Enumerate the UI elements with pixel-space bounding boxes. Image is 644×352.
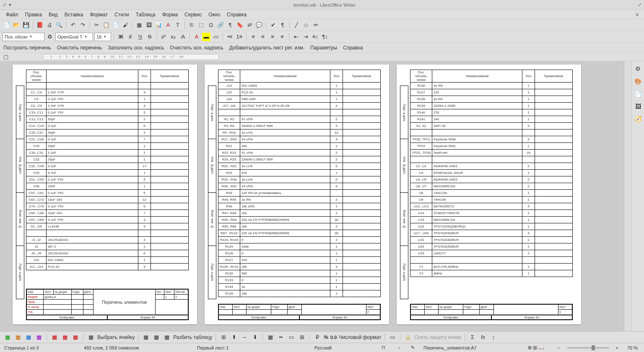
status-sheet[interactable]: Первый лист 1 [193,345,310,350]
table-row[interactable]: R44, R451k 5%2 [218,197,381,203]
field-icon[interactable]: ⬚ [197,21,205,29]
align-mid-icon[interactable]: ↔ [240,333,249,342]
optimize-icon[interactable]: ⊞ [219,333,228,342]
minimize-icon[interactable]: ⤢ [638,2,641,8]
para-spacing-icon[interactable]: ¶↕ [321,33,329,41]
menu-tools[interactable]: Сервис [181,10,205,19]
table-row[interactable]: D1...D4LL41484 [26,223,189,230]
table-row[interactable]: R1371201 [410,89,573,96]
table-row[interactable]: TP20, TP21Keystone 50002 [410,136,573,143]
align-bot-icon[interactable]: ⬇ [251,333,259,342]
font-color-icon[interactable]: A [192,33,201,41]
merge-cells-icon[interactable]: ▦ [142,333,150,342]
table-row[interactable]: R39...R4224 ±5%4 [218,183,381,190]
table-row[interactable]: TP23...TP38TestPoint16 [410,150,573,156]
table-row[interactable]: R4610k ±5%1 [218,203,381,210]
table-row[interactable]: R13510k1 [218,290,381,297]
align-center-icon[interactable]: ≡ [259,33,267,41]
table-row[interactable]: R85, R8610k2 [218,223,381,230]
menu-window[interactable]: Окно [205,10,223,19]
add-rev-sheet-button[interactable]: Добавить/удалить лист рег. изм. [229,45,305,51]
pdf-icon[interactable]: 📕 [36,21,44,29]
bookmark-icon[interactable]: 🔖 [236,21,244,29]
table-row[interactable]: U6, U7MAX3485CSA2 [410,183,573,190]
menu-format[interactable]: Формат [86,10,111,19]
status-cellref[interactable]: Перечень_элементов:A7 [419,345,524,350]
split-table-icon[interactable]: ▦ [163,333,171,342]
table-row[interactable]: R123, R12402 [218,237,381,243]
image-icon[interactable]: 🖼 [145,21,153,29]
crossref-icon[interactable]: ⇄ [245,21,254,29]
table-row[interactable]: R5...R161k ±1%12 [218,129,381,136]
currency-icon[interactable]: ₽ [313,333,322,342]
undo-icon[interactable]: ↶ [69,21,77,29]
table-row[interactable]: R2110k1 [218,143,381,150]
table-row[interactable]: TP22Keystone 50011 [410,143,573,150]
table-row[interactable]: U15MAX3485CSA1 [410,217,573,223]
params-button[interactable]: Параметры [310,45,337,51]
table-row[interactable]: J1, J2J01151A03312 [26,237,189,243]
save-icon[interactable]: 💾 [22,21,30,29]
sidebar-navigator-icon[interactable]: 🧭 [634,115,642,123]
align-left-icon[interactable]: ≡ [249,33,257,41]
table-row[interactable]: J16PBD-20R1 [218,96,381,103]
fontwork-icon[interactable]: A [164,21,172,29]
delete-table-icon[interactable]: ▦ [71,333,80,342]
table-row[interactable]: R43120 5% не устанавливать [218,190,381,197]
table-row[interactable]: R1341k1 [218,284,381,290]
clear-list-button[interactable]: Очистить перечень [57,45,102,51]
table-row[interactable]: C3220pF1 [26,156,189,163]
table-row[interactable]: R26...R311k ±1%6 [218,163,381,170]
close-doc-icon[interactable]: × [633,11,641,18]
status-zoom-out[interactable]: − [553,345,564,350]
table-row[interactable]: C5610nF1 [26,183,189,190]
table-row[interactable]: J15PLD-101 [218,89,381,96]
clear-titleblock-button[interactable]: Очистить осн. надпись [170,45,223,51]
table-row[interactable] [218,109,381,116]
table-row[interactable]: R1393329H-1-220R1 [410,103,573,109]
status-words[interactable]: 492 слов, 2 058 символов [80,345,193,350]
table-row[interactable]: J17, J181017521 TOPT 4/ 2-SP-6,35-ZB2 [218,103,381,109]
menu-insert[interactable]: Вставка [61,10,87,19]
table-icon[interactable]: ▦ [135,21,143,29]
menu-view[interactable]: Вид [45,10,61,19]
border-color-icon[interactable]: ▭ [287,333,296,342]
table-row[interactable]: C6...C92.2nF X7R4 [26,103,189,109]
table-row[interactable]: R1412401 [410,116,573,123]
table-row[interactable]: S1, S2SWT-342 [410,123,573,129]
table-row[interactable]: R17...R2024 ±5%4 [218,136,381,143]
table-row[interactable]: R12601 [218,250,381,257]
numbered-icon[interactable]: 1≡ [235,33,244,41]
table-row[interactable]: U4, U5ADA4940-1ARZ2 [410,176,573,183]
clone-fmt-icon[interactable]: 🖌 [121,21,130,29]
table-row[interactable]: C80...C8610uF 16V7 [26,210,189,217]
sum-icon[interactable]: Σ [468,333,477,342]
align-justify-icon[interactable]: ≡ [278,33,286,41]
pagebreak-icon[interactable]: ⎘ [187,21,196,29]
select-cell-icon[interactable]: ▦ [87,333,95,342]
unprotect-label[interactable]: Снять защиту ячеек [414,334,461,340]
menu-styles[interactable]: Стили [111,10,132,19]
table-row[interactable]: R1361k 5%1 [410,83,573,89]
decimal-label[interactable]: 0.0 [330,335,337,340]
preview-icon[interactable]: 🔍 [55,21,63,29]
shapes-icon[interactable]: ◇ [302,21,310,29]
table-row[interactable]: U16TPS72325QDBVRQ11 [410,223,573,230]
table-row[interactable]: C51...C550.1uF Y5V5 [26,176,189,183]
insert-row-below-icon[interactable]: ▦ [14,333,22,342]
table-row[interactable]: C2920pF1 [26,143,189,150]
table-row[interactable]: J10IDC-10MS1 [26,257,189,264]
status-insert[interactable]: ⊓ [377,345,394,350]
menu-help[interactable]: Справка [223,10,250,19]
table-row[interactable]: C14...C190.1uF6 [26,123,189,129]
print-icon[interactable]: 🖨 [45,21,54,29]
highlight-icon[interactable]: ▬ [202,33,210,41]
table-row[interactable]: U22TPS76325DBVR1 [410,243,573,250]
subscript-icon[interactable]: x₂ [169,33,177,41]
pages-container[interactable]: Подп. и датаИнв. № дубл.Взам. инв. №Подп… [0,61,624,331]
status-zoom-in[interactable]: + [612,345,623,350]
menu-file[interactable]: Файл [3,10,22,19]
table-row[interactable]: C30, C312.2uF2 [26,150,189,156]
table-row[interactable]: U1, U2ADA4940-1ARZ2 [410,163,573,170]
table-row[interactable]: C20, C2150pF2 [26,129,189,136]
